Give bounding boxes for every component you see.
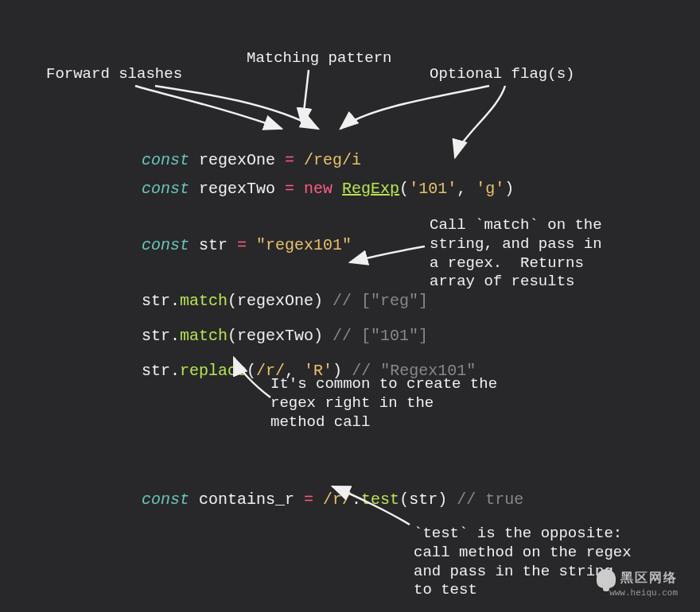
paren-close: ): [504, 180, 514, 198]
method-test: test: [361, 490, 399, 509]
string-literal: "regex101": [256, 236, 352, 254]
label-optional-flags: Optional flag(s): [430, 65, 574, 84]
keyword-const: const: [142, 236, 189, 254]
note-inline: It's common to create the regex right in…: [270, 375, 497, 432]
label-forward-slashes: Forward slashes: [46, 65, 182, 84]
arrow-match-note: [350, 246, 425, 262]
label-matching-pattern: Matching pattern: [247, 49, 391, 68]
note-match: Call `match` on the string, and pass in …: [430, 216, 602, 292]
comment: // true: [457, 490, 523, 509]
class-regexp: RegExp: [342, 180, 399, 198]
arrow-flag-2: [455, 86, 505, 157]
identifier: contains_r: [189, 490, 304, 509]
operator-equals: =: [237, 236, 256, 254]
code-line-7: const contains_r = /r/.test(str) // true: [103, 469, 523, 531]
dot: .: [352, 490, 361, 509]
string-literal: 'g': [476, 180, 504, 198]
arrow-forward-slash-1: [135, 86, 282, 129]
watermark: 黑区网络 www.heiqu.com: [597, 569, 678, 598]
object: str.: [142, 362, 180, 380]
method-replace: replace: [180, 362, 247, 380]
regex-literal: /r/: [323, 490, 352, 509]
string-literal: '101': [409, 180, 457, 198]
arrow-forward-slash-2: [155, 86, 318, 129]
operator-equals: =: [285, 180, 304, 198]
identifier: str: [189, 236, 237, 254]
operator-equals: =: [304, 490, 323, 509]
arrow-matching-pattern: [302, 70, 309, 126]
watermark-cn: 黑区网络: [620, 571, 678, 586]
arrow-flag-1: [340, 86, 489, 129]
comma: ,: [457, 180, 476, 198]
args: (str): [399, 490, 457, 509]
keyword-new: new: [304, 180, 342, 198]
regex-diagram: Forward slashes Matching pattern Optiona…: [0, 0, 700, 612]
identifier: regexTwo: [189, 180, 285, 198]
paren-open: (: [399, 180, 409, 198]
keyword-const: const: [142, 490, 189, 509]
code-line-3: const str = "regex101": [103, 215, 352, 277]
code-line-2: const regexTwo = new RegExp('101', 'g'): [103, 158, 514, 220]
paren-open: (: [247, 362, 256, 380]
mushroom-icon: [597, 569, 616, 588]
keyword-const: const: [142, 180, 189, 198]
